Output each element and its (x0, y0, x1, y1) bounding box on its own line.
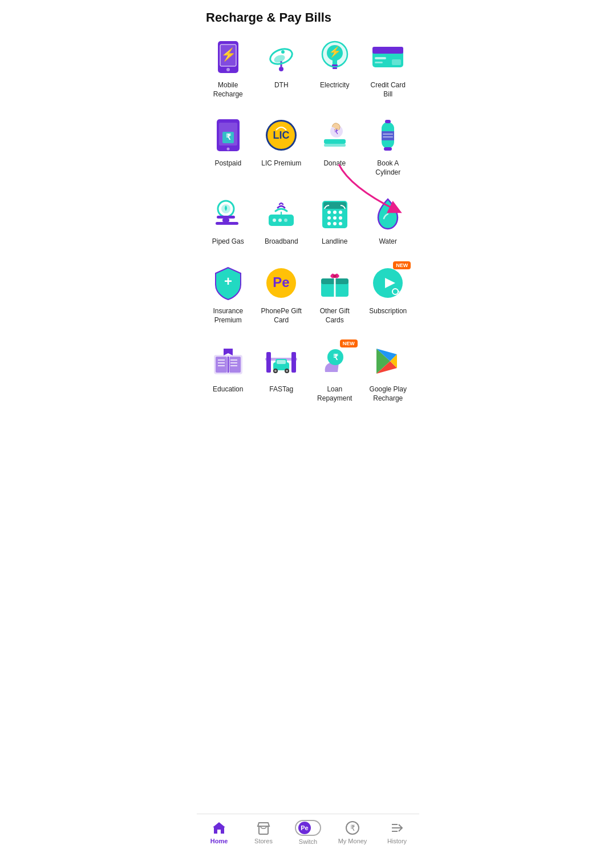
svg-point-5 (279, 67, 283, 71)
phonepe-gift-item[interactable]: Pe PhonePe GiftCard (255, 257, 309, 335)
svg-point-45 (284, 219, 287, 222)
gift-icon (317, 265, 353, 301)
svg-point-51 (327, 216, 331, 220)
svg-rect-18 (392, 59, 401, 65)
svg-rect-32 (382, 131, 394, 140)
svg-point-67 (392, 289, 398, 294)
piped-gas-label: Piped Gas (212, 237, 244, 246)
svg-rect-87 (277, 360, 286, 364)
svg-rect-70 (229, 357, 241, 373)
fastag-item[interactable]: FASTag (255, 335, 309, 413)
svg-point-56 (339, 222, 342, 225)
credit-card-icon (370, 39, 406, 75)
water-icon (370, 195, 406, 232)
lic-item[interactable]: LIC LIC Premium (255, 109, 309, 187)
water-item[interactable]: Water (362, 187, 415, 257)
svg-point-55 (333, 222, 337, 225)
svg-rect-16 (375, 57, 386, 59)
svg-text:+: + (224, 273, 232, 289)
credit-card-label: Credit CardBill (371, 81, 406, 99)
service-grid: ⚡ MobileRecharge DTH (197, 31, 419, 335)
landline-item[interactable]: Landline (308, 187, 362, 257)
svg-point-50 (339, 211, 342, 214)
svg-rect-12 (332, 64, 338, 66)
svg-rect-34 (383, 136, 393, 138)
svg-rect-36 (384, 147, 392, 151)
dth-item[interactable]: DTH (255, 31, 309, 109)
landline-icon (317, 195, 353, 232)
svg-point-64 (333, 274, 337, 278)
lic-label: LIC Premium (261, 159, 301, 168)
donate-item[interactable]: ₹ Donate (308, 109, 362, 187)
education-item[interactable]: Education (201, 335, 255, 413)
education-icon (210, 343, 246, 379)
phonepe-icon: Pe (263, 265, 299, 301)
svg-point-54 (327, 222, 331, 225)
donate-label: Donate (323, 159, 346, 168)
postpaid-item[interactable]: ₹ Postpaid (201, 109, 255, 187)
gift-cards-label: Other GiftCards (320, 307, 350, 325)
mobile-recharge-icon: ⚡ (210, 39, 246, 75)
svg-point-52 (333, 216, 337, 220)
subscription-icon: NEW (370, 265, 406, 301)
book-cylinder-item[interactable]: Book ACylinder (362, 109, 415, 187)
broadband-label: Broadband (265, 237, 298, 246)
loan-label: LoanRepayment (317, 385, 352, 403)
insurance-item[interactable]: + InsurancePremium (201, 257, 255, 335)
broadband-icon (263, 195, 299, 232)
svg-text:₹: ₹ (225, 132, 230, 142)
svg-rect-40 (222, 219, 229, 222)
svg-rect-15 (372, 47, 403, 54)
piped-gas-icon (210, 195, 246, 232)
svg-rect-69 (216, 357, 227, 373)
svg-text:LIC: LIC (273, 130, 290, 141)
gift-cards-item[interactable]: Other GiftCards (308, 257, 362, 335)
mobile-recharge-item[interactable]: ⚡ MobileRecharge (201, 31, 255, 109)
svg-point-23 (226, 148, 229, 151)
loan-icon: NEW ₹ (317, 343, 353, 379)
subscription-item[interactable]: NEW Subscription (362, 257, 415, 335)
mobile-recharge-label: MobileRecharge (213, 81, 243, 99)
svg-point-86 (286, 370, 288, 372)
svg-point-53 (339, 216, 342, 220)
svg-rect-13 (333, 67, 337, 69)
svg-rect-41 (216, 222, 238, 225)
google-play-item[interactable]: Google PlayRecharge (362, 335, 415, 413)
electricity-icon: ⚡ (317, 39, 353, 75)
svg-rect-28 (324, 144, 346, 147)
education-label: Education (213, 385, 243, 394)
svg-point-44 (278, 219, 282, 222)
svg-text:Pe: Pe (273, 274, 290, 290)
svg-rect-33 (383, 134, 393, 135)
broadband-item[interactable]: Broadband (255, 187, 309, 257)
partial-row: Education (197, 335, 419, 413)
fastag-label: FASTag (269, 385, 293, 394)
new-badge: NEW (393, 261, 411, 269)
svg-point-84 (274, 370, 277, 372)
insurance-label: InsurancePremium (213, 307, 243, 325)
dth-label: DTH (274, 81, 289, 90)
landline-label: Landline (322, 237, 347, 246)
svg-text:₹: ₹ (333, 353, 338, 362)
loan-item[interactable]: NEW ₹ LoanRepayment (308, 335, 362, 413)
electricity-item[interactable]: ⚡ Electricity (308, 31, 362, 109)
page-title: Recharge & Pay Bills (197, 0, 419, 31)
postpaid-label: Postpaid (214, 159, 241, 168)
dth-icon (263, 39, 299, 75)
google-play-label: Google PlayRecharge (370, 385, 407, 403)
fastag-icon (263, 343, 299, 379)
insurance-icon: + (210, 265, 246, 301)
svg-text:⚡: ⚡ (220, 47, 236, 62)
loan-new-badge: NEW (340, 339, 358, 347)
postpaid-icon: ₹ (210, 117, 246, 153)
svg-text:⚡: ⚡ (329, 46, 342, 58)
svg-rect-27 (324, 139, 346, 144)
subscription-label: Subscription (369, 307, 407, 316)
cylinder-icon (370, 117, 406, 153)
credit-card-item[interactable]: Credit CardBill (362, 31, 415, 109)
svg-rect-80 (291, 352, 296, 373)
donate-icon: ₹ (317, 117, 353, 153)
svg-rect-79 (266, 352, 271, 373)
piped-gas-item[interactable]: Piped Gas (201, 187, 255, 257)
svg-rect-35 (385, 120, 391, 123)
